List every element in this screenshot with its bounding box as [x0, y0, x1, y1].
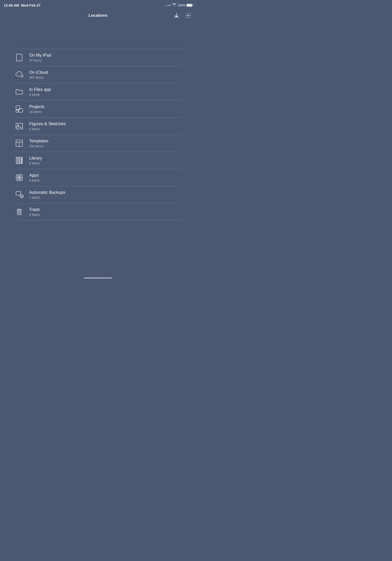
home-indicator — [84, 278, 112, 279]
item-text-library: Library 0 items — [29, 156, 42, 165]
item-name-projects: Projects — [29, 104, 44, 109]
item-name-library: Library — [29, 156, 42, 161]
list-item-automatic-backups[interactable]: Automatic Backups 7 items — [14, 186, 182, 204]
item-name-apps: Apps — [29, 173, 40, 178]
item-count-on-icloud: 267 items — [29, 76, 48, 79]
nav-title: Locations — [89, 13, 107, 18]
svg-rect-4 — [19, 108, 22, 112]
item-text-on-my-ipad: On My iPad 37 items — [29, 53, 51, 62]
item-count-apps: 5 items — [29, 179, 40, 182]
item-count-automatic-backups: 7 items — [29, 196, 65, 199]
item-text-projects: Projects 16 items — [29, 104, 44, 114]
list-item-on-my-ipad[interactable]: On My iPad 37 items — [14, 49, 182, 66]
svg-point-0 — [187, 15, 189, 16]
svg-rect-11 — [16, 157, 17, 164]
item-name-figures-sketches: Figures & Sketches — [29, 121, 66, 126]
item-name-in-files-app: In Files app — [29, 87, 51, 92]
item-name-on-my-ipad: On My iPad — [29, 53, 51, 58]
svg-rect-5 — [16, 110, 18, 112]
apps-icon — [14, 173, 24, 183]
locations-list: On My iPad 37 items On iCloud 267 items … — [14, 49, 182, 221]
list-item-templates[interactable]: Templates 154 items — [14, 135, 182, 152]
svg-rect-19 — [20, 178, 21, 180]
item-text-on-icloud: On iCloud 267 items — [29, 70, 48, 79]
status-right: 100% — [165, 3, 192, 7]
image-icon — [14, 121, 24, 131]
battery-icon — [186, 4, 192, 7]
battery-percent: 100% — [178, 3, 185, 7]
item-name-on-icloud: On iCloud — [29, 70, 48, 75]
battery-indicator: 100% — [178, 3, 192, 7]
item-count-projects: 16 items — [29, 110, 44, 114]
item-name-templates: Templates — [29, 139, 48, 143]
item-count-trash: 0 items — [29, 213, 40, 216]
item-text-in-files-app: In Files app 0 items — [29, 87, 51, 97]
svg-rect-6 — [16, 123, 22, 129]
ipad-icon — [14, 52, 24, 63]
list-item-on-icloud[interactable]: On iCloud 267 items — [14, 66, 182, 83]
nav-bar: Locations — [0, 10, 196, 21]
svg-rect-13 — [20, 157, 21, 164]
item-text-templates: Templates 154 items — [29, 139, 48, 148]
download-button[interactable] — [173, 11, 181, 20]
item-count-figures-sketches: 0 items — [29, 127, 66, 131]
svg-rect-3 — [16, 106, 20, 109]
svg-rect-17 — [20, 176, 21, 177]
svg-rect-12 — [18, 157, 19, 164]
list-item-figures-sketches[interactable]: Figures & Sketches 0 items — [14, 118, 182, 135]
item-name-trash: Trash — [29, 207, 40, 212]
settings-button[interactable] — [184, 11, 192, 20]
item-text-automatic-backups: Automatic Backups 7 items — [29, 190, 65, 199]
main-content: On My iPad 37 items On iCloud 267 items … — [0, 49, 196, 221]
status-time: 12:06 AM — [4, 3, 19, 7]
svg-rect-16 — [17, 176, 19, 177]
svg-point-7 — [17, 125, 19, 126]
list-item-apps[interactable]: Apps 5 items — [14, 169, 182, 186]
status-bar: 12:06 AM Wed Feb 27 100% — [0, 0, 196, 10]
item-name-automatic-backups: Automatic Backups — [29, 190, 65, 195]
nav-actions — [173, 11, 192, 20]
item-count-library: 0 items — [29, 162, 42, 165]
item-text-apps: Apps 5 items — [29, 173, 40, 182]
item-text-trash: Trash 0 items — [29, 207, 40, 216]
templates-icon — [14, 138, 24, 149]
svg-rect-15 — [16, 174, 22, 181]
list-item-in-files-app[interactable]: In Files app 0 items — [14, 83, 182, 101]
list-item-trash[interactable]: Trash 0 items — [14, 204, 182, 221]
signal-icon — [165, 4, 171, 6]
item-count-in-files-app: 0 items — [29, 93, 51, 97]
svg-rect-20 — [16, 192, 21, 195]
cloud-icon — [14, 70, 24, 80]
list-item-library[interactable]: Library 0 items — [14, 152, 182, 169]
svg-rect-18 — [17, 178, 19, 180]
projects-icon — [14, 104, 24, 114]
trash-icon — [14, 207, 24, 217]
item-count-templates: 154 items — [29, 144, 48, 148]
library-icon — [14, 155, 24, 166]
item-count-on-my-ipad: 37 items — [29, 58, 51, 62]
status-date: Wed Feb 27 — [21, 3, 40, 7]
item-text-figures-sketches: Figures & Sketches 0 items — [29, 121, 66, 131]
list-item-projects[interactable]: Projects 16 items — [14, 101, 182, 118]
backup-icon — [14, 190, 24, 200]
wifi-icon — [172, 3, 176, 7]
svg-rect-14 — [22, 157, 22, 164]
svg-point-21 — [20, 194, 23, 198]
folder-icon — [14, 87, 24, 97]
